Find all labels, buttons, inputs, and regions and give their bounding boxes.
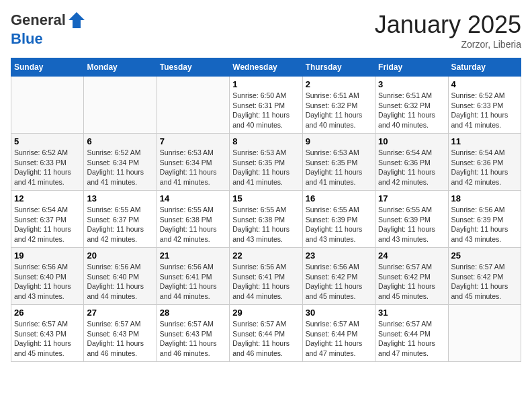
day-info: Sunrise: 6:56 AM Sunset: 6:41 PM Dayligh… <box>160 262 226 302</box>
day-number: 20 <box>87 250 153 261</box>
day-number: 30 <box>306 308 372 318</box>
day-number: 29 <box>232 308 299 318</box>
weekday-header-friday: Friday <box>375 58 448 77</box>
calendar-cell: 25Sunrise: 6:57 AM Sunset: 6:42 PM Dayli… <box>448 248 521 305</box>
day-number: 11 <box>451 136 518 146</box>
day-info: Sunrise: 6:54 AM Sunset: 6:37 PM Dayligh… <box>14 205 81 244</box>
calendar-cell <box>448 305 521 362</box>
day-info: Sunrise: 6:55 AM Sunset: 6:38 PM Dayligh… <box>160 205 226 244</box>
month-title: January 2025 <box>375 11 521 39</box>
day-number: 23 <box>306 250 372 261</box>
day-info: Sunrise: 6:55 AM Sunset: 6:39 PM Dayligh… <box>378 205 445 244</box>
day-info: Sunrise: 6:51 AM Sunset: 6:32 PM Dayligh… <box>378 91 445 130</box>
calendar-cell: 17Sunrise: 6:55 AM Sunset: 6:39 PM Dayli… <box>375 191 448 248</box>
day-info: Sunrise: 6:52 AM Sunset: 6:34 PM Dayligh… <box>87 148 153 187</box>
logo-blue: Blue <box>11 30 43 47</box>
calendar-cell <box>11 77 84 134</box>
calendar-cell: 29Sunrise: 6:57 AM Sunset: 6:44 PM Dayli… <box>230 305 302 362</box>
day-number: 14 <box>160 193 226 203</box>
day-number: 25 <box>451 250 518 261</box>
day-number: 16 <box>306 193 372 203</box>
day-number: 2 <box>306 79 372 89</box>
day-number: 19 <box>14 250 81 261</box>
day-number: 26 <box>14 308 81 318</box>
svg-marker-0 <box>69 12 85 28</box>
day-info: Sunrise: 6:55 AM Sunset: 6:39 PM Dayligh… <box>306 205 372 244</box>
day-number: 15 <box>232 193 299 203</box>
calendar-cell: 22Sunrise: 6:56 AM Sunset: 6:41 PM Dayli… <box>230 248 302 305</box>
calendar-cell: 3Sunrise: 6:51 AM Sunset: 6:32 PM Daylig… <box>375 77 448 134</box>
weekday-header-wednesday: Wednesday <box>230 58 302 77</box>
day-info: Sunrise: 6:50 AM Sunset: 6:31 PM Dayligh… <box>232 91 299 130</box>
calendar-cell: 1Sunrise: 6:50 AM Sunset: 6:31 PM Daylig… <box>230 77 302 134</box>
calendar-cell: 30Sunrise: 6:57 AM Sunset: 6:44 PM Dayli… <box>302 305 375 362</box>
calendar-table: SundayMondayTuesdayWednesdayThursdayFrid… <box>11 58 521 362</box>
day-info: Sunrise: 6:57 AM Sunset: 6:42 PM Dayligh… <box>451 262 518 302</box>
calendar-cell: 13Sunrise: 6:55 AM Sunset: 6:37 PM Dayli… <box>84 191 157 248</box>
day-number: 3 <box>378 79 445 89</box>
calendar-cell: 19Sunrise: 6:56 AM Sunset: 6:40 PM Dayli… <box>11 248 84 305</box>
day-info: Sunrise: 6:53 AM Sunset: 6:35 PM Dayligh… <box>232 148 299 187</box>
calendar-cell: 20Sunrise: 6:56 AM Sunset: 6:40 PM Dayli… <box>84 248 157 305</box>
day-info: Sunrise: 6:54 AM Sunset: 6:36 PM Dayligh… <box>378 148 445 187</box>
day-number: 21 <box>160 250 226 261</box>
page-header: General Blue January 2025 Zorzor, Liberi… <box>11 11 521 50</box>
day-number: 27 <box>87 308 153 318</box>
weekday-header-tuesday: Tuesday <box>157 58 229 77</box>
day-number: 9 <box>306 136 372 146</box>
day-number: 7 <box>160 136 226 146</box>
day-info: Sunrise: 6:52 AM Sunset: 6:33 PM Dayligh… <box>451 91 518 130</box>
calendar-cell: 16Sunrise: 6:55 AM Sunset: 6:39 PM Dayli… <box>302 191 375 248</box>
day-number: 4 <box>451 79 518 89</box>
day-info: Sunrise: 6:55 AM Sunset: 6:37 PM Dayligh… <box>87 205 153 244</box>
day-info: Sunrise: 6:53 AM Sunset: 6:34 PM Dayligh… <box>160 148 226 187</box>
day-info: Sunrise: 6:57 AM Sunset: 6:44 PM Dayligh… <box>232 319 299 359</box>
day-info: Sunrise: 6:57 AM Sunset: 6:43 PM Dayligh… <box>14 319 81 359</box>
calendar-cell: 28Sunrise: 6:57 AM Sunset: 6:43 PM Dayli… <box>157 305 229 362</box>
day-number: 13 <box>87 193 153 203</box>
day-number: 17 <box>378 193 445 203</box>
calendar-cell: 9Sunrise: 6:53 AM Sunset: 6:35 PM Daylig… <box>302 134 375 191</box>
calendar-cell: 26Sunrise: 6:57 AM Sunset: 6:43 PM Dayli… <box>11 305 84 362</box>
day-info: Sunrise: 6:52 AM Sunset: 6:33 PM Dayligh… <box>14 148 81 187</box>
day-number: 6 <box>87 136 153 146</box>
calendar-cell: 10Sunrise: 6:54 AM Sunset: 6:36 PM Dayli… <box>375 134 448 191</box>
calendar-cell: 14Sunrise: 6:55 AM Sunset: 6:38 PM Dayli… <box>157 191 229 248</box>
title-area: January 2025 Zorzor, Liberia <box>375 11 521 50</box>
calendar-cell: 15Sunrise: 6:55 AM Sunset: 6:38 PM Dayli… <box>230 191 302 248</box>
calendar-cell: 21Sunrise: 6:56 AM Sunset: 6:41 PM Dayli… <box>157 248 229 305</box>
day-info: Sunrise: 6:56 AM Sunset: 6:40 PM Dayligh… <box>14 262 81 302</box>
day-number: 18 <box>451 193 518 203</box>
calendar-week-row: 26Sunrise: 6:57 AM Sunset: 6:43 PM Dayli… <box>11 305 521 362</box>
weekday-header-thursday: Thursday <box>302 58 375 77</box>
calendar-cell: 6Sunrise: 6:52 AM Sunset: 6:34 PM Daylig… <box>84 134 157 191</box>
day-number: 28 <box>160 308 226 318</box>
day-number: 5 <box>14 136 81 146</box>
calendar-cell: 5Sunrise: 6:52 AM Sunset: 6:33 PM Daylig… <box>11 134 84 191</box>
day-info: Sunrise: 6:57 AM Sunset: 6:42 PM Dayligh… <box>378 262 445 302</box>
weekday-header-sunday: Sunday <box>11 58 84 77</box>
calendar-cell: 23Sunrise: 6:56 AM Sunset: 6:42 PM Dayli… <box>302 248 375 305</box>
calendar-cell: 12Sunrise: 6:54 AM Sunset: 6:37 PM Dayli… <box>11 191 84 248</box>
day-number: 24 <box>378 250 445 261</box>
day-number: 31 <box>378 308 445 318</box>
calendar-cell <box>157 77 229 134</box>
calendar-week-row: 19Sunrise: 6:56 AM Sunset: 6:40 PM Dayli… <box>11 248 521 305</box>
calendar-week-row: 5Sunrise: 6:52 AM Sunset: 6:33 PM Daylig… <box>11 134 521 191</box>
day-info: Sunrise: 6:57 AM Sunset: 6:44 PM Dayligh… <box>306 319 372 359</box>
location: Zorzor, Liberia <box>375 39 521 50</box>
calendar-cell: 2Sunrise: 6:51 AM Sunset: 6:32 PM Daylig… <box>302 77 375 134</box>
logo: General Blue <box>11 11 86 47</box>
day-number: 22 <box>232 250 299 261</box>
day-number: 10 <box>378 136 445 146</box>
weekday-header-saturday: Saturday <box>448 58 521 77</box>
day-info: Sunrise: 6:56 AM Sunset: 6:42 PM Dayligh… <box>306 262 372 302</box>
day-info: Sunrise: 6:53 AM Sunset: 6:35 PM Dayligh… <box>306 148 372 187</box>
day-info: Sunrise: 6:51 AM Sunset: 6:32 PM Dayligh… <box>306 91 372 130</box>
weekday-header-monday: Monday <box>84 58 157 77</box>
day-info: Sunrise: 6:56 AM Sunset: 6:41 PM Dayligh… <box>232 262 299 302</box>
calendar-cell: 8Sunrise: 6:53 AM Sunset: 6:35 PM Daylig… <box>230 134 302 191</box>
day-info: Sunrise: 6:54 AM Sunset: 6:36 PM Dayligh… <box>451 148 518 187</box>
calendar-cell <box>84 77 157 134</box>
day-info: Sunrise: 6:56 AM Sunset: 6:39 PM Dayligh… <box>451 205 518 244</box>
